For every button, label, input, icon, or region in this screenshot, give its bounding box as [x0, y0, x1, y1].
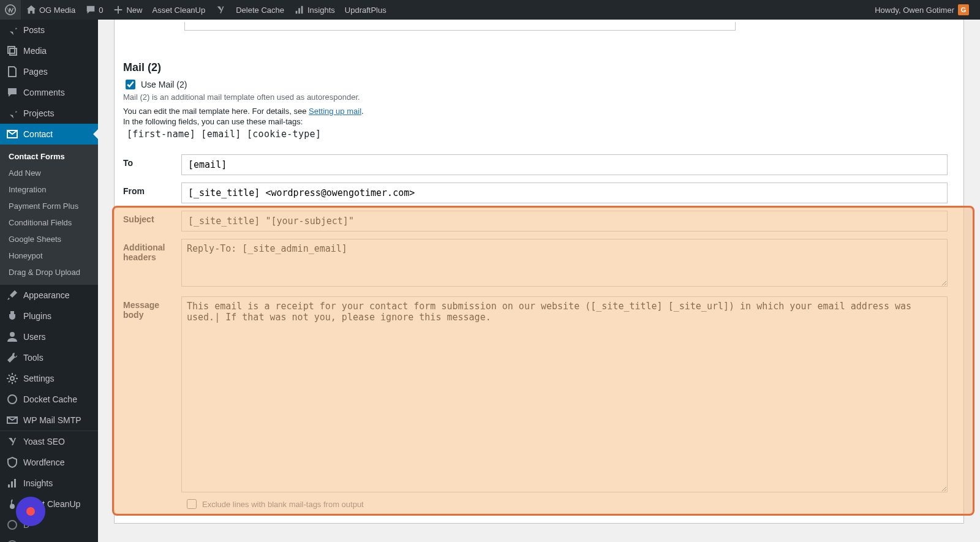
site-name-label: OG Media: [39, 6, 75, 15]
submenu-contact-forms[interactable]: Contact Forms: [0, 148, 98, 165]
subject-label: Subject: [123, 203, 181, 231]
use-mail2-label: Use Mail (2): [141, 80, 187, 89]
sidebar-item-comments[interactable]: Comments: [0, 82, 98, 103]
sidebar-item-label: Comments: [23, 88, 65, 97]
user-icon: [6, 331, 18, 343]
sidebar-item-projects[interactable]: Projects: [0, 103, 98, 124]
delete-cache-label: Delete Cache: [236, 6, 284, 15]
sidebar-item-label: Posts: [23, 25, 45, 35]
sidebar-item-asset-cleanup[interactable]: Asset CleanUp: [0, 494, 98, 514]
comment-icon: [6, 86, 18, 99]
sidebar-item-tools[interactable]: Tools: [0, 347, 98, 368]
shield-icon: [6, 456, 18, 469]
setting-up-mail-link[interactable]: Setting up mail: [309, 107, 361, 116]
admin-sidebar: Posts Media Pages Comments Projects Cont…: [0, 20, 98, 542]
sidebar-collapse[interactable]: Collapse menu: [0, 535, 98, 542]
message-body-field[interactable]: [181, 296, 948, 492]
sidebar-item-plugins[interactable]: Plugins: [0, 306, 98, 326]
updraft-label: UpdraftPlus: [345, 6, 386, 15]
edit-info-text2: .: [361, 107, 364, 116]
comments-menu[interactable]: 0: [80, 0, 108, 20]
updraft-menu[interactable]: UpdraftPlus: [340, 0, 391, 20]
asset-cleanup-label: Asset CleanUp: [153, 6, 206, 15]
submenu-drag-drop-upload[interactable]: Drag & Drop Upload: [0, 264, 98, 280]
submenu-integration[interactable]: Integration: [0, 181, 98, 198]
to-label: To: [123, 147, 181, 175]
gear-icon: [6, 372, 18, 385]
mail2-form-table: To From Subject Additional headers Messa…: [123, 147, 948, 495]
sidebar-item-yoast[interactable]: Yoast SEO: [0, 431, 98, 452]
plug-icon: [6, 310, 18, 322]
submenu-item-label: Payment Form Plus: [9, 201, 78, 211]
sidebar-item-appearance[interactable]: Appearance: [0, 285, 98, 306]
asset-cleanup-menu[interactable]: Asset CleanUp: [148, 0, 211, 20]
new-label: New: [126, 6, 142, 15]
exclude-blank-row[interactable]: Exclude lines with blank mail-tags from …: [123, 495, 948, 511]
sidebar-item-insights[interactable]: Insights: [0, 473, 98, 494]
svg-point-1: [10, 332, 15, 337]
sidebar-item-pages[interactable]: Pages: [0, 61, 98, 82]
edit-info-text: You can edit the mail template here. For…: [123, 107, 309, 116]
submenu-add-new[interactable]: Add New: [0, 165, 98, 181]
delete-cache-menu[interactable]: Delete Cache: [231, 0, 289, 20]
admin-bar-right: Howdy, Owen Gotimer G: [870, 0, 980, 20]
sidebar-item-wp-mail-smtp[interactable]: WP Mail SMTP: [0, 410, 98, 431]
from-field[interactable]: [181, 183, 948, 203]
main-content: Mail (2) Use Mail (2) Mail (2) is an add…: [98, 0, 980, 524]
sidebar-item-label: Tools: [23, 353, 43, 363]
additional-headers-field[interactable]: [181, 239, 948, 287]
pin-icon: [6, 107, 18, 119]
sidebar-item-contact[interactable]: Contact: [0, 124, 98, 145]
from-label: From: [123, 175, 181, 203]
sidebar-item-users[interactable]: Users: [0, 326, 98, 347]
submenu-item-label: Google Sheets: [9, 235, 61, 244]
sidebar-item-label: Settings: [23, 374, 55, 383]
home-icon: [26, 4, 37, 15]
yoast-icon: [215, 4, 226, 15]
howdy-label: Howdy, Owen Gotimer: [875, 6, 954, 15]
sidebar-item-label: Appearance: [23, 290, 70, 300]
to-field[interactable]: [181, 154, 948, 175]
mail-icon: [6, 128, 18, 140]
submenu-honeypot[interactable]: Honeypot: [0, 247, 98, 264]
mail2-heading: Mail (2): [123, 61, 948, 74]
wp-logo-menu[interactable]: [0, 0, 21, 20]
circle-icon: [6, 519, 18, 531]
screen-record-button[interactable]: [16, 497, 45, 526]
use-mail2-row[interactable]: Use Mail (2): [123, 78, 948, 91]
sidebar-item-posts[interactable]: Posts: [0, 20, 98, 40]
sidebar-submenu-contact: Contact Forms Add New Integration Paymen…: [0, 145, 98, 284]
submenu-google-sheets[interactable]: Google Sheets: [0, 231, 98, 247]
sidebar-item-media[interactable]: Media: [0, 40, 98, 61]
submenu-conditional-fields[interactable]: Conditional Fields: [0, 214, 98, 231]
user-account-menu[interactable]: Howdy, Owen Gotimer G: [870, 0, 974, 20]
sidebar-item-settings[interactable]: Settings: [0, 368, 98, 389]
submenu-item-label: Add New: [9, 168, 41, 178]
mail2-desc-autoresponder: Mail (2) is an additional mail template …: [123, 92, 948, 102]
subject-field[interactable]: [181, 211, 948, 231]
site-name-menu[interactable]: OG Media: [21, 0, 80, 20]
new-content-menu[interactable]: New: [108, 0, 147, 20]
page-icon: [6, 66, 18, 78]
svg-point-3: [8, 395, 17, 404]
envelope-icon: [6, 414, 18, 426]
avatar: G: [958, 4, 969, 15]
insights-menu[interactable]: Insights: [289, 0, 340, 20]
submenu-item-label: Contact Forms: [9, 152, 65, 161]
plus-icon: [113, 4, 124, 15]
sidebar-item-label: Docket Cache: [23, 394, 77, 404]
sidebar-item-docket-cache[interactable]: Docket Cache: [0, 389, 98, 410]
media-icon: [6, 45, 18, 57]
comment-icon: [85, 4, 96, 15]
record-dot-icon: [26, 507, 35, 516]
submenu-item-label: Conditional Fields: [9, 218, 72, 227]
sidebar-item-extra-1[interactable]: D: [0, 514, 98, 535]
svg-point-2: [10, 377, 14, 380]
submenu-payment-form-plus[interactable]: Payment Form Plus: [0, 198, 98, 214]
exclude-blank-checkbox[interactable]: [187, 499, 197, 509]
sidebar-item-label: WP Mail SMTP: [23, 415, 81, 425]
bars-icon: [6, 477, 18, 489]
use-mail2-checkbox[interactable]: [126, 80, 135, 89]
yoast-menu[interactable]: [210, 0, 231, 20]
sidebar-item-wordfence[interactable]: Wordfence: [0, 452, 98, 473]
